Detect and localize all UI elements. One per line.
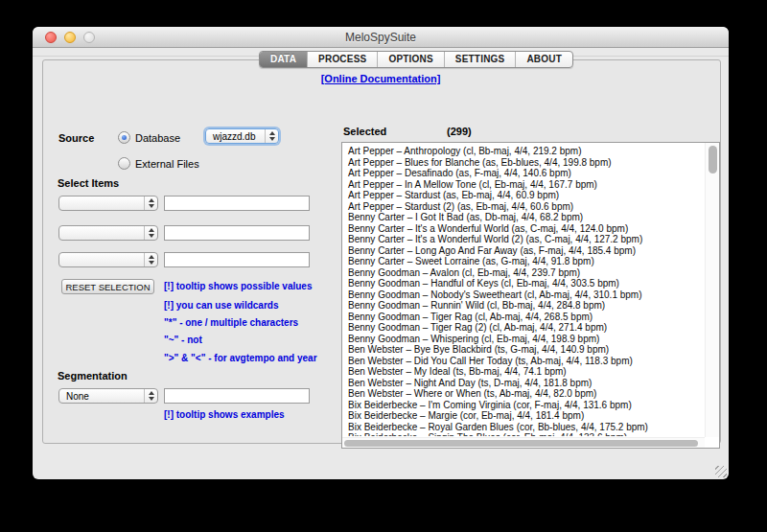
select-items-section-label: Select Items	[58, 177, 119, 189]
external-files-radio[interactable]	[118, 157, 130, 170]
filter-input-3[interactable]	[164, 252, 310, 267]
hint-segmentation-examples: [!] tooltip shows examples	[164, 409, 285, 420]
tab[interactable]: SETTINGS	[444, 52, 516, 67]
filter-input-2[interactable]	[164, 225, 310, 241]
hint-possible-values: [!] tooltip shows possible values	[164, 281, 312, 291]
list-item[interactable]: Art Pepper – In A Mellow Tone (cl, Eb-ma…	[348, 179, 704, 191]
list-item[interactable]: Benny Goodman – Handful of Keys (cl, Eb-…	[348, 278, 704, 289]
tab[interactable]: PROCESS	[307, 52, 377, 67]
segmentation-section-label: Segmentation	[58, 370, 128, 382]
filter-select-3[interactable]	[58, 252, 158, 267]
selected-count: (299)	[447, 126, 472, 137]
list-item[interactable]: Ben Webster – My Ideal (ts, Bb-maj, 4/4,…	[348, 366, 704, 378]
segmentation-select[interactable]: None	[58, 388, 158, 404]
vertical-scrollbar-thumb[interactable]	[709, 146, 717, 173]
list-item[interactable]: Benny Carter – I Got It Bad (as, Db-maj,…	[348, 212, 704, 223]
chevron-updown-icon	[265, 129, 278, 143]
list-item[interactable]: Ben Webster – Where or When (ts, Ab-maj,…	[348, 388, 704, 400]
list-item[interactable]: Bix Beiderbecke – Margie (cor, Eb-maj, 4…	[348, 410, 704, 422]
segmentation-input[interactable]	[164, 388, 310, 404]
database-radio[interactable]	[118, 131, 130, 144]
source-section-label: Source	[58, 132, 94, 144]
reset-selection-button[interactable]: RESET SELECTION	[61, 279, 154, 294]
database-select[interactable]: wjazzd.db	[205, 128, 279, 144]
hint-wildcards: [!] you can use wildcards	[164, 300, 278, 311]
tab[interactable]: DATA	[260, 52, 307, 67]
list-item[interactable]: Art Pepper – Anthropology (cl, Bb-maj, 4…	[348, 146, 704, 157]
list-item[interactable]: Ben Webster – Night And Day (ts, D-maj, …	[348, 378, 704, 389]
window-title: MeloSpySuite	[33, 31, 729, 44]
selected-solos-list[interactable]: Art Pepper – Anthropology (cl, Bb-maj, 4…	[341, 142, 720, 449]
list-item[interactable]: Art Pepper – Blues for Blanche (as, Eb-b…	[348, 157, 704, 169]
filter-select-2[interactable]	[58, 225, 158, 241]
list-item[interactable]: Bix Beiderbecke – Singin The Blues (cor,…	[348, 432, 704, 436]
chevron-updown-icon	[144, 226, 157, 240]
list-item[interactable]: Bix Beiderbecke – I'm Coming Virginia (c…	[348, 400, 704, 411]
horizontal-scrollbar[interactable]	[342, 437, 705, 448]
tab-bar: DATAPROCESSOPTIONSSETTINGSABOUT	[259, 51, 573, 68]
list-item[interactable]: Art Pepper – Stardust (2) (as, Eb-maj, 4…	[348, 201, 704, 213]
chevron-updown-icon	[144, 197, 157, 210]
list-item[interactable]: Benny Goodman – Tiger Rag (cl, Ab-maj, 4…	[348, 312, 704, 323]
scrollbar-corner	[705, 437, 719, 448]
list-item[interactable]: Benny Carter – It's a Wonderful World (a…	[348, 223, 704, 235]
list-item[interactable]: Benny Carter – It's a Wonderful World (2…	[348, 234, 704, 245]
resize-grip-icon[interactable]	[715, 466, 727, 477]
list-item[interactable]: Benny Goodman – Avalon (cl, Eb-maj, 4/4,…	[348, 267, 704, 279]
hint-tilde: "~" - not	[164, 335, 202, 345]
list-item[interactable]: Ben Webster – Bye Bye Blackbird (ts, G-m…	[348, 344, 704, 356]
vertical-scrollbar[interactable]	[705, 143, 719, 437]
online-documentation-link[interactable]: [Online Documentation]	[33, 69, 729, 86]
tab-content-pane: Source Database wjazzd.db External Files…	[42, 59, 721, 444]
filter-input-1[interactable]	[164, 196, 310, 211]
tab[interactable]: ABOUT	[515, 52, 572, 67]
title-bar[interactable]: MeloSpySuite	[33, 27, 729, 48]
tab[interactable]: OPTIONS	[377, 52, 443, 67]
hint-asterisk: "*" - one / multiple characters	[164, 317, 298, 328]
list-item[interactable]: Benny Carter – Long Ago And Far Away (as…	[348, 245, 704, 257]
list-item[interactable]: Benny Goodman – Tiger Rag (2) (cl, Ab-ma…	[348, 322, 704, 334]
list-item[interactable]: Benny Goodman – Whispering (cl, Eb-maj, …	[348, 334, 704, 345]
app-window: MeloSpySuite Source Database wjazzd.db E…	[33, 27, 729, 479]
database-radio-label[interactable]: Database	[135, 132, 180, 144]
online-documentation-link-text[interactable]: [Online Documentation]	[321, 73, 441, 84]
list-rows: Art Pepper – Anthropology (cl, Bb-maj, 4…	[343, 144, 704, 436]
selected-list-label: Selected	[343, 126, 386, 137]
list-item[interactable]: Art Pepper – Stardust (as, Eb-maj, 4/4, …	[348, 190, 704, 201]
list-item[interactable]: Ben Webster – Did You Call Her Today (ts…	[348, 356, 704, 367]
horizontal-scrollbar-thumb[interactable]	[344, 440, 698, 447]
hint-gt-lt: ">" & "<" - for avgtempo and year	[164, 353, 317, 363]
database-select-value: wjazzd.db	[213, 131, 255, 142]
list-item[interactable]: Bix Beiderbecke – Royal Garden Blues (co…	[348, 422, 704, 433]
list-item[interactable]: Benny Goodman – Runnin' Wild (cl, Bb-maj…	[348, 300, 704, 312]
chevron-updown-icon	[144, 389, 157, 403]
chevron-updown-icon	[144, 253, 157, 266]
segmentation-select-value: None	[66, 391, 89, 402]
list-item[interactable]: Benny Goodman – Nobody's Sweetheart (cl,…	[348, 289, 704, 301]
list-item[interactable]: Benny Carter – Sweet Lorraine (as, G-maj…	[348, 256, 704, 267]
external-files-radio-label[interactable]: External Files	[135, 158, 199, 170]
list-item[interactable]: Art Pepper – Desafinado (as, F-maj, 4/4,…	[348, 168, 704, 179]
filter-select-1[interactable]	[58, 196, 158, 211]
